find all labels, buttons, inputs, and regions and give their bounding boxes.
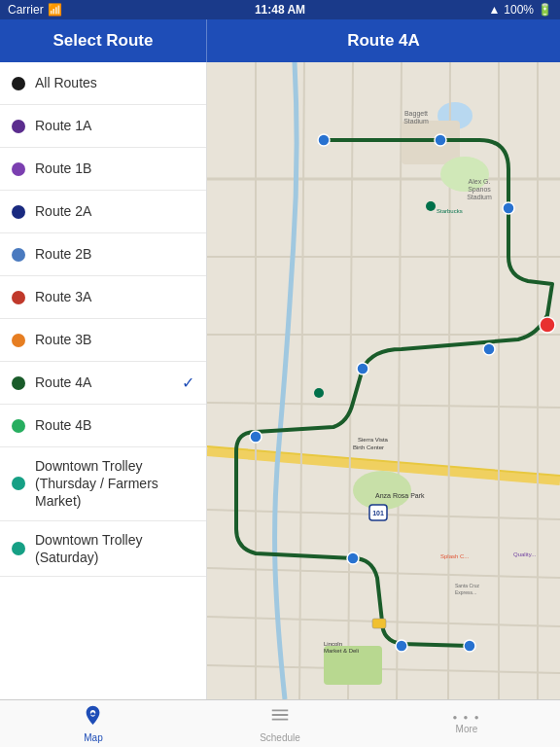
route-item-all[interactable]: All Routes bbox=[0, 62, 206, 105]
svg-text:Anza Rosa Park: Anza Rosa Park bbox=[375, 492, 425, 499]
battery-arrow: ▲ bbox=[488, 3, 500, 17]
schedule-icon bbox=[269, 704, 291, 730]
route-item-trolley-sat[interactable]: Downtown Trolley (Saturday) bbox=[0, 521, 206, 577]
header-right: Route 4A bbox=[207, 19, 560, 62]
schedule-label: Schedule bbox=[260, 732, 300, 743]
map-svg: 101 Baggett Stadium Alex G. Spanos Stadi… bbox=[207, 62, 560, 699]
svg-text:Alex G.: Alex G. bbox=[469, 178, 491, 185]
svg-text:101: 101 bbox=[372, 510, 384, 516]
tab-map[interactable]: Map bbox=[0, 700, 187, 747]
route-label-trolley-thu: Downtown Trolley (Thursday / Farmers Mar… bbox=[35, 457, 194, 511]
route-label-4a: Route 4A bbox=[35, 374, 178, 391]
route-4a-title: Route 4A bbox=[347, 31, 420, 51]
svg-rect-31 bbox=[372, 619, 386, 628]
svg-text:Express...: Express... bbox=[455, 589, 476, 595]
header-row: Select Route Route 4A bbox=[0, 19, 560, 62]
svg-point-25 bbox=[483, 343, 495, 355]
svg-text:Stadium: Stadium bbox=[403, 118, 429, 124]
svg-text:Santa Cruz: Santa Cruz bbox=[455, 583, 480, 588]
route-label-3a: Route 3A bbox=[35, 288, 194, 305]
route-item-1a[interactable]: Route 1A bbox=[0, 105, 206, 148]
tab-more[interactable]: ● ● ●More bbox=[373, 710, 560, 738]
wifi-icon: 📶 bbox=[48, 3, 62, 17]
map-area[interactable]: 101 Baggett Stadium Alex G. Spanos Stadi… bbox=[207, 62, 560, 699]
route-item-3a[interactable]: Route 3A bbox=[0, 276, 206, 319]
tab-bar: MapSchedule● ● ●More bbox=[0, 699, 560, 747]
route-dot-trolley-sat bbox=[12, 542, 25, 555]
svg-rect-19 bbox=[402, 121, 460, 164]
select-route-title: Select Route bbox=[53, 31, 154, 51]
svg-text:Lincoln: Lincoln bbox=[324, 641, 342, 647]
map-icon bbox=[83, 704, 104, 730]
svg-point-17 bbox=[353, 471, 411, 510]
route-list: All RoutesRoute 1ARoute 1BRoute 2ARoute … bbox=[0, 62, 207, 699]
route-dot-all bbox=[12, 77, 25, 90]
more-icon: ● ● ● bbox=[453, 714, 481, 722]
svg-point-30 bbox=[464, 640, 475, 652]
svg-point-24 bbox=[540, 317, 555, 333]
route-dot-4b bbox=[12, 419, 25, 433]
route-item-2b[interactable]: Route 2B bbox=[0, 233, 206, 276]
route-dot-2b bbox=[12, 248, 25, 262]
route-label-3b: Route 3B bbox=[35, 331, 194, 348]
header-left: Select Route bbox=[0, 19, 207, 62]
route-dot-1a bbox=[12, 120, 25, 133]
route-label-1a: Route 1A bbox=[35, 117, 194, 134]
svg-text:Spanos: Spanos bbox=[468, 186, 491, 194]
route-item-2a[interactable]: Route 2A bbox=[0, 191, 206, 233]
route-item-4a[interactable]: Route 4A✓ bbox=[0, 362, 206, 405]
svg-text:Birth Center: Birth Center bbox=[353, 445, 384, 450]
svg-text:Splash C...: Splash C... bbox=[440, 553, 470, 559]
svg-point-35 bbox=[314, 388, 324, 398]
main-content: All RoutesRoute 1ARoute 1BRoute 2ARoute … bbox=[0, 62, 560, 699]
svg-point-29 bbox=[396, 640, 407, 652]
svg-point-22 bbox=[435, 134, 446, 146]
carrier-label: Carrier bbox=[8, 3, 44, 17]
battery-icon: 🔋 bbox=[538, 3, 552, 17]
svg-text:Sierra Vista: Sierra Vista bbox=[358, 437, 389, 443]
route-label-all: All Routes bbox=[35, 74, 194, 91]
status-time: 11:48 AM bbox=[255, 3, 305, 17]
battery-label: 100% bbox=[504, 3, 534, 17]
map-label: Map bbox=[84, 732, 102, 743]
svg-point-34 bbox=[426, 201, 436, 211]
svg-text:Stadium: Stadium bbox=[467, 194, 492, 200]
route-dot-3b bbox=[12, 334, 25, 347]
route-dot-3a bbox=[12, 291, 25, 304]
svg-point-26 bbox=[357, 363, 368, 374]
route-item-1b[interactable]: Route 1B bbox=[0, 148, 206, 191]
route-checkmark-4a: ✓ bbox=[182, 374, 194, 392]
route-label-2a: Route 2A bbox=[35, 202, 194, 220]
route-item-trolley-thu[interactable]: Downtown Trolley (Thursday / Farmers Mar… bbox=[0, 447, 206, 521]
route-item-4b[interactable]: Route 4B bbox=[0, 405, 206, 447]
route-dot-2a bbox=[12, 205, 25, 219]
tab-schedule[interactable]: Schedule bbox=[187, 700, 373, 747]
svg-text:Quality...: Quality... bbox=[513, 551, 537, 557]
route-label-2b: Route 2B bbox=[35, 245, 194, 263]
svg-point-23 bbox=[503, 202, 514, 214]
svg-text:Market & Deli: Market & Deli bbox=[324, 648, 359, 654]
status-right: ▲ 100% 🔋 bbox=[488, 3, 552, 17]
route-item-3b[interactable]: Route 3B bbox=[0, 319, 206, 362]
route-dot-1b bbox=[12, 162, 25, 176]
svg-point-21 bbox=[318, 134, 330, 146]
route-dot-4a bbox=[12, 376, 25, 390]
route-label-trolley-sat: Downtown Trolley (Saturday) bbox=[35, 531, 194, 566]
svg-text:Starbucks: Starbucks bbox=[437, 208, 463, 214]
route-label-1b: Route 1B bbox=[35, 160, 194, 177]
svg-text:Baggett: Baggett bbox=[404, 110, 428, 118]
status-bar: Carrier 📶 11:48 AM ▲ 100% 🔋 bbox=[0, 0, 560, 19]
route-dot-trolley-thu bbox=[12, 477, 25, 490]
svg-point-27 bbox=[250, 431, 262, 443]
status-left: Carrier 📶 bbox=[8, 3, 62, 17]
route-label-4b: Route 4B bbox=[35, 416, 194, 434]
more-label: More bbox=[456, 724, 478, 734]
svg-point-28 bbox=[347, 552, 359, 564]
